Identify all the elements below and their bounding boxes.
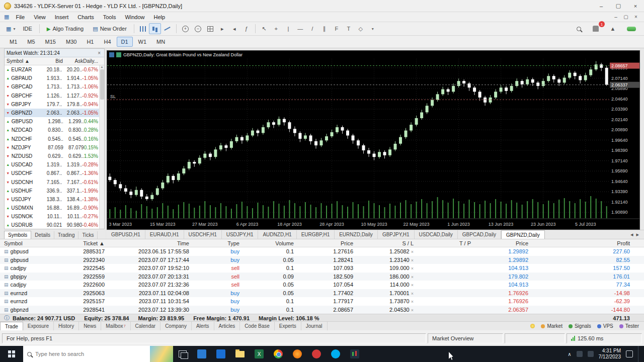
toolbox-tab-alerts[interactable]: Alerts [192, 322, 214, 330]
chart-shift-button[interactable]: ◂ [228, 23, 240, 34]
ide-button[interactable]: IDE [18, 23, 36, 34]
taskbar-widget-thumbnail[interactable] [150, 346, 173, 362]
new-chart-button[interactable]: ▦ ▾ [3, 23, 18, 34]
tray-volume-icon[interactable] [588, 351, 594, 357]
market-watch-row[interactable]: ▼NZDUSD0.629..0.629..1.53% [5, 152, 104, 160]
market-watch-row[interactable]: ▼GBPCHF1.126..1.127..-0.92% [5, 92, 104, 100]
market-watch-tab-symbols[interactable]: Symbols [4, 231, 31, 239]
chart-tab-gbpjpy-h1[interactable]: GBPJPY,H1 [378, 230, 415, 239]
shapes-button[interactable]: ◇ [355, 23, 367, 34]
remove-sl-icon[interactable]: × [411, 275, 414, 280]
toolbox-tab-articles[interactable]: Articles [214, 322, 240, 330]
scrollbar-thumb[interactable] [100, 69, 104, 100]
market-watch-tab-trading[interactable]: Trading [54, 231, 79, 239]
timeframe-d1[interactable]: D1 [117, 37, 133, 47]
chart-tab-gbpnzd-daily[interactable]: GBPNZD,Daily [501, 230, 545, 239]
taskbar-clock[interactable]: 4:31 PM 7/12/2023 [599, 348, 621, 360]
show-desktop-button[interactable] [638, 346, 640, 362]
remove-sl-icon[interactable]: × [411, 258, 414, 263]
remove-sl-icon[interactable]: × [411, 299, 414, 304]
column-header-daily[interactable]: Daily... [83, 58, 104, 64]
tile-windows-button[interactable] [204, 23, 216, 34]
child-close-button[interactable]: × [631, 13, 641, 21]
horizontal-line-button[interactable]: — [294, 23, 306, 34]
market-watch-row[interactable]: ▲EURZAR20.18..20.20..-0.67% [5, 65, 104, 74]
search-button[interactable] [573, 23, 585, 34]
search-input[interactable] [35, 351, 136, 357]
indicators-button[interactable]: ƒ [240, 23, 253, 34]
taskbar-app-metatrader[interactable] [345, 346, 364, 362]
notifications-button[interactable]: 1 [590, 23, 602, 34]
taskbar-app-explorer[interactable] [230, 346, 250, 362]
auto-scroll-button[interactable]: ▸ [216, 23, 228, 34]
market-watch-row[interactable]: ▼GBPCAD1.713..1.713..-1.06% [5, 82, 104, 91]
market-watch-row[interactable]: ▼USDJPY138.3..138.4..-1.38% [5, 195, 104, 204]
market-watch-tab-ticks[interactable]: Ticks [78, 231, 98, 239]
market-watch-row[interactable]: ▲NZDCAD0.830..0.830..0.28% [5, 126, 104, 134]
status-latency-segment[interactable]: 125.60 ms [567, 333, 642, 343]
text-tool-button[interactable]: T [343, 23, 355, 34]
trade-column-header-5[interactable]: Price [294, 240, 353, 246]
toolbox-tab-exposure[interactable]: Exposure [23, 322, 54, 330]
chart-tab-usdchf-h1[interactable]: USDCHF,H1 [184, 230, 222, 239]
market-watch-row[interactable]: ▲USDCAD1.319..1.319..-0.28% [5, 160, 104, 169]
market-watch-row[interactable]: ▼NZDJPY87.05987.0790.15% [5, 143, 104, 152]
new-order-button[interactable]: ▤ New Order [88, 23, 131, 34]
line-chart-type-button[interactable] [161, 23, 174, 34]
market-watch-row[interactable]: ▼USDCHF0.867..0.867..-1.36% [5, 169, 104, 177]
market-watch-row[interactable]: ▼GBPJPY179.7..179.8..-0.94% [5, 100, 104, 109]
trade-column-header-1[interactable]: Ticket ▲ [59, 240, 105, 246]
chart-tab-euraud-h1[interactable]: EURAUD,H1 [145, 230, 184, 239]
taskbar-app-chrome[interactable] [269, 346, 288, 362]
taskbar-search[interactable] [23, 346, 150, 362]
close-button[interactable]: × [627, 0, 644, 12]
menu-insert[interactable]: Insert [50, 13, 73, 21]
trade-row[interactable]: ▤gbpnzd29285412023.07.12 13:39:30buy0.12… [0, 306, 644, 314]
minimize-button[interactable]: – [593, 0, 610, 12]
market-watch-row[interactable]: ▼USDNOK10.11..10.11..-0.27% [5, 212, 104, 221]
toolbox-button-market[interactable]: Market [541, 323, 562, 329]
chart-tab-audnzd-h1[interactable]: AUDNZD,H1 [258, 230, 296, 239]
task-view-button[interactable] [173, 346, 192, 362]
scroll-up-icon[interactable]: ▲ [101, 65, 104, 68]
timeframe-m5[interactable]: M5 [23, 37, 39, 47]
cursor-tool-button[interactable]: ↖ [258, 23, 270, 34]
market-watch-close-icon[interactable]: × [96, 50, 102, 56]
trade-column-header-9[interactable]: Profit [528, 240, 644, 246]
toolbox-tab-mailbox[interactable]: Mailbox7 [101, 322, 130, 330]
trade-row[interactable]: ▤eurnzd29250632023.07.11 02:04:08buy0.05… [0, 289, 644, 298]
market-watch-row[interactable]: ▲GBPAUD1.913..1.914..-1.05% [5, 74, 104, 82]
column-header-ask[interactable]: Ask [63, 58, 83, 64]
toolbox-button-signals[interactable]: Signals [569, 323, 591, 329]
start-button[interactable] [0, 346, 23, 362]
timeframe-m30[interactable]: M30 [61, 37, 81, 47]
trendline-button[interactable]: / [306, 23, 318, 34]
fibonacci-button[interactable]: F [331, 23, 343, 34]
trade-column-header-4[interactable]: Volume [239, 240, 294, 246]
market-watch-row[interactable]: ▼USDCNH7.165..7.167..-0.61% [5, 177, 104, 186]
market-watch-row[interactable]: ▲NZDCHF0.545..0.545..0.16% [5, 135, 104, 143]
vertical-line-button[interactable]: | [282, 23, 294, 34]
market-watch-tab-details[interactable]: Details [31, 231, 54, 239]
remove-sl-icon[interactable]: × [411, 249, 414, 254]
timeframe-w1[interactable]: W1 [134, 37, 151, 47]
menu-charts[interactable]: Charts [73, 13, 98, 21]
menu-view[interactable]: View [29, 13, 50, 21]
toolbox-tab-code-base[interactable]: Code Base [240, 322, 274, 330]
zoom-out-button[interactable]: − [192, 23, 204, 34]
algo-trading-button[interactable]: ▶ Algo Trading [42, 23, 88, 34]
candlestick-type-button[interactable] [149, 23, 161, 34]
candlestick-chart[interactable]: 2.083902.071402.058902.046402.033902.021… [107, 59, 639, 229]
toolbox-tab-company[interactable]: Company [160, 322, 192, 330]
tray-network-icon[interactable] [577, 351, 583, 357]
menu-tools[interactable]: Tools [99, 13, 121, 21]
chart-tab-usdjpy-h1[interactable]: USDJPY,H1 [222, 230, 259, 239]
market-watch-row[interactable]: ▲GBPUSD1.298..1.299..0.44% [5, 117, 104, 126]
timeframe-h1[interactable]: H1 [82, 37, 98, 47]
toolbox-tab-experts[interactable]: Experts [275, 322, 301, 330]
community-button[interactable]: ▲ [607, 23, 619, 34]
lightbulb-icon[interactable] [530, 324, 535, 328]
channel-button[interactable]: ∥ [318, 23, 331, 34]
maximize-button[interactable]: ▢ [610, 0, 627, 12]
taskbar-app-skype[interactable] [326, 346, 345, 362]
